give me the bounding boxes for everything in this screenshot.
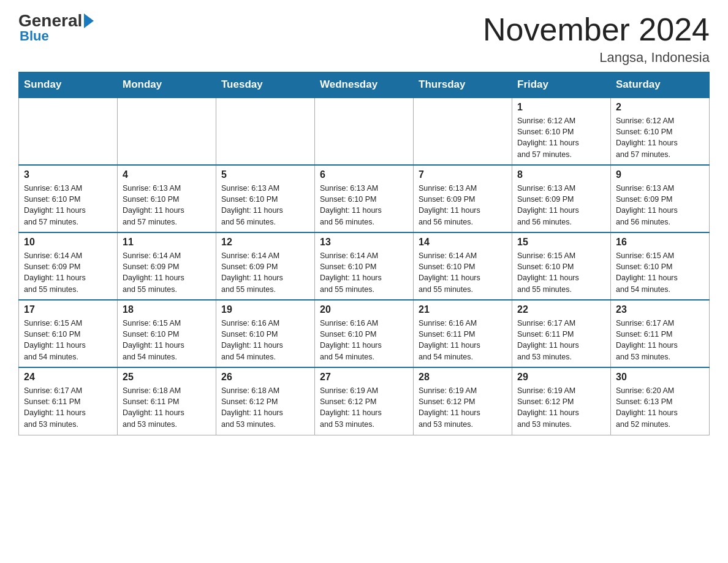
weekday-header-row: SundayMondayTuesdayWednesdayThursdayFrid… [19, 72, 710, 98]
calendar-cell: 24Sunrise: 6:17 AM Sunset: 6:11 PM Dayli… [19, 367, 118, 435]
day-info: Sunrise: 6:15 AM Sunset: 6:10 PM Dayligh… [616, 250, 704, 295]
day-info: Sunrise: 6:17 AM Sunset: 6:11 PM Dayligh… [616, 318, 704, 362]
day-number: 12 [221, 237, 309, 248]
day-info: Sunrise: 6:13 AM Sunset: 6:10 PM Dayligh… [320, 183, 408, 228]
weekday-header-thursday: Thursday [414, 72, 512, 98]
day-number: 19 [221, 304, 309, 315]
day-info: Sunrise: 6:12 AM Sunset: 6:10 PM Dayligh… [616, 115, 704, 160]
title-area: November 2024 Langsa, Indonesia [483, 12, 710, 66]
calendar-week-2: 3Sunrise: 6:13 AM Sunset: 6:10 PM Daylig… [19, 165, 710, 232]
logo-blue-text: Blue [20, 28, 94, 44]
day-number: 30 [616, 372, 704, 383]
day-info: Sunrise: 6:16 AM Sunset: 6:10 PM Dayligh… [320, 318, 408, 362]
day-number: 13 [320, 237, 408, 248]
calendar-cell: 10Sunrise: 6:14 AM Sunset: 6:09 PM Dayli… [19, 232, 118, 300]
calendar-subtitle: Langsa, Indonesia [483, 50, 710, 66]
day-number: 24 [24, 372, 112, 383]
day-info: Sunrise: 6:18 AM Sunset: 6:11 PM Dayligh… [123, 385, 211, 430]
day-info: Sunrise: 6:12 AM Sunset: 6:10 PM Dayligh… [517, 115, 605, 160]
calendar-cell: 6Sunrise: 6:13 AM Sunset: 6:10 PM Daylig… [315, 165, 414, 232]
logo: General Blue [18, 12, 94, 44]
calendar-cell: 8Sunrise: 6:13 AM Sunset: 6:09 PM Daylig… [512, 165, 611, 232]
weekday-header-friday: Friday [512, 72, 611, 98]
calendar-cell: 26Sunrise: 6:18 AM Sunset: 6:12 PM Dayli… [216, 367, 315, 435]
calendar-cell: 11Sunrise: 6:14 AM Sunset: 6:09 PM Dayli… [118, 232, 216, 300]
calendar-cell: 23Sunrise: 6:17 AM Sunset: 6:11 PM Dayli… [611, 300, 710, 367]
day-info: Sunrise: 6:13 AM Sunset: 6:10 PM Dayligh… [24, 183, 112, 228]
logo-triangle-icon [84, 13, 94, 28]
day-number: 17 [24, 304, 112, 315]
day-number: 2 [616, 102, 704, 113]
day-info: Sunrise: 6:15 AM Sunset: 6:10 PM Dayligh… [123, 318, 211, 362]
weekday-header-wednesday: Wednesday [315, 72, 414, 98]
calendar-cell [19, 98, 118, 165]
calendar-cell: 28Sunrise: 6:19 AM Sunset: 6:12 PM Dayli… [414, 367, 512, 435]
calendar-cell: 3Sunrise: 6:13 AM Sunset: 6:10 PM Daylig… [19, 165, 118, 232]
day-number: 6 [320, 169, 408, 180]
day-info: Sunrise: 6:13 AM Sunset: 6:09 PM Dayligh… [517, 183, 605, 228]
day-number: 3 [24, 169, 112, 180]
day-number: 20 [320, 304, 408, 315]
calendar-cell [414, 98, 512, 165]
calendar-cell: 9Sunrise: 6:13 AM Sunset: 6:09 PM Daylig… [611, 165, 710, 232]
calendar-cell: 22Sunrise: 6:17 AM Sunset: 6:11 PM Dayli… [512, 300, 611, 367]
day-number: 15 [517, 237, 605, 248]
day-info: Sunrise: 6:14 AM Sunset: 6:09 PM Dayligh… [221, 250, 309, 295]
day-number: 11 [123, 237, 211, 248]
calendar-week-4: 17Sunrise: 6:15 AM Sunset: 6:10 PM Dayli… [19, 300, 710, 367]
calendar-cell: 16Sunrise: 6:15 AM Sunset: 6:10 PM Dayli… [611, 232, 710, 300]
calendar-cell [118, 98, 216, 165]
calendar-cell: 21Sunrise: 6:16 AM Sunset: 6:11 PM Dayli… [414, 300, 512, 367]
calendar-cell: 7Sunrise: 6:13 AM Sunset: 6:09 PM Daylig… [414, 165, 512, 232]
day-number: 9 [616, 169, 704, 180]
day-number: 16 [616, 237, 704, 248]
calendar-cell: 27Sunrise: 6:19 AM Sunset: 6:12 PM Dayli… [315, 367, 414, 435]
day-info: Sunrise: 6:13 AM Sunset: 6:09 PM Dayligh… [616, 183, 704, 228]
day-number: 23 [616, 304, 704, 315]
calendar-cell: 18Sunrise: 6:15 AM Sunset: 6:10 PM Dayli… [118, 300, 216, 367]
day-info: Sunrise: 6:15 AM Sunset: 6:10 PM Dayligh… [24, 318, 112, 362]
calendar-cell: 13Sunrise: 6:14 AM Sunset: 6:10 PM Dayli… [315, 232, 414, 300]
day-number: 8 [517, 169, 605, 180]
weekday-header-sunday: Sunday [19, 72, 118, 98]
calendar-cell: 12Sunrise: 6:14 AM Sunset: 6:09 PM Dayli… [216, 232, 315, 300]
logo-general: General [18, 12, 82, 29]
day-info: Sunrise: 6:13 AM Sunset: 6:10 PM Dayligh… [123, 183, 211, 228]
day-number: 28 [419, 372, 507, 383]
calendar-cell: 14Sunrise: 6:14 AM Sunset: 6:10 PM Dayli… [414, 232, 512, 300]
day-number: 4 [123, 169, 211, 180]
day-info: Sunrise: 6:17 AM Sunset: 6:11 PM Dayligh… [517, 318, 605, 362]
calendar-week-5: 24Sunrise: 6:17 AM Sunset: 6:11 PM Dayli… [19, 367, 710, 435]
day-number: 26 [221, 372, 309, 383]
day-info: Sunrise: 6:14 AM Sunset: 6:09 PM Dayligh… [24, 250, 112, 295]
calendar-cell: 19Sunrise: 6:16 AM Sunset: 6:10 PM Dayli… [216, 300, 315, 367]
day-info: Sunrise: 6:16 AM Sunset: 6:10 PM Dayligh… [221, 318, 309, 362]
weekday-header-monday: Monday [118, 72, 216, 98]
day-info: Sunrise: 6:16 AM Sunset: 6:11 PM Dayligh… [419, 318, 507, 362]
weekday-header-tuesday: Tuesday [216, 72, 315, 98]
day-number: 29 [517, 372, 605, 383]
day-info: Sunrise: 6:13 AM Sunset: 6:09 PM Dayligh… [419, 183, 507, 228]
day-info: Sunrise: 6:17 AM Sunset: 6:11 PM Dayligh… [24, 385, 112, 430]
weekday-header-saturday: Saturday [611, 72, 710, 98]
day-info: Sunrise: 6:13 AM Sunset: 6:10 PM Dayligh… [221, 183, 309, 228]
day-info: Sunrise: 6:14 AM Sunset: 6:10 PM Dayligh… [320, 250, 408, 295]
calendar-cell: 30Sunrise: 6:20 AM Sunset: 6:13 PM Dayli… [611, 367, 710, 435]
day-number: 22 [517, 304, 605, 315]
day-info: Sunrise: 6:15 AM Sunset: 6:10 PM Dayligh… [517, 250, 605, 295]
calendar-cell: 20Sunrise: 6:16 AM Sunset: 6:10 PM Dayli… [315, 300, 414, 367]
day-number: 10 [24, 237, 112, 248]
calendar-cell: 17Sunrise: 6:15 AM Sunset: 6:10 PM Dayli… [19, 300, 118, 367]
day-info: Sunrise: 6:19 AM Sunset: 6:12 PM Dayligh… [419, 385, 507, 430]
day-info: Sunrise: 6:14 AM Sunset: 6:10 PM Dayligh… [419, 250, 507, 295]
calendar-cell: 15Sunrise: 6:15 AM Sunset: 6:10 PM Dayli… [512, 232, 611, 300]
calendar-cell: 25Sunrise: 6:18 AM Sunset: 6:11 PM Dayli… [118, 367, 216, 435]
calendar-cell: 29Sunrise: 6:19 AM Sunset: 6:12 PM Dayli… [512, 367, 611, 435]
day-info: Sunrise: 6:19 AM Sunset: 6:12 PM Dayligh… [320, 385, 408, 430]
calendar-week-3: 10Sunrise: 6:14 AM Sunset: 6:09 PM Dayli… [19, 232, 710, 300]
day-number: 1 [517, 102, 605, 113]
calendar-cell: 1Sunrise: 6:12 AM Sunset: 6:10 PM Daylig… [512, 98, 611, 165]
day-info: Sunrise: 6:20 AM Sunset: 6:13 PM Dayligh… [616, 385, 704, 430]
day-number: 5 [221, 169, 309, 180]
day-info: Sunrise: 6:18 AM Sunset: 6:12 PM Dayligh… [221, 385, 309, 430]
